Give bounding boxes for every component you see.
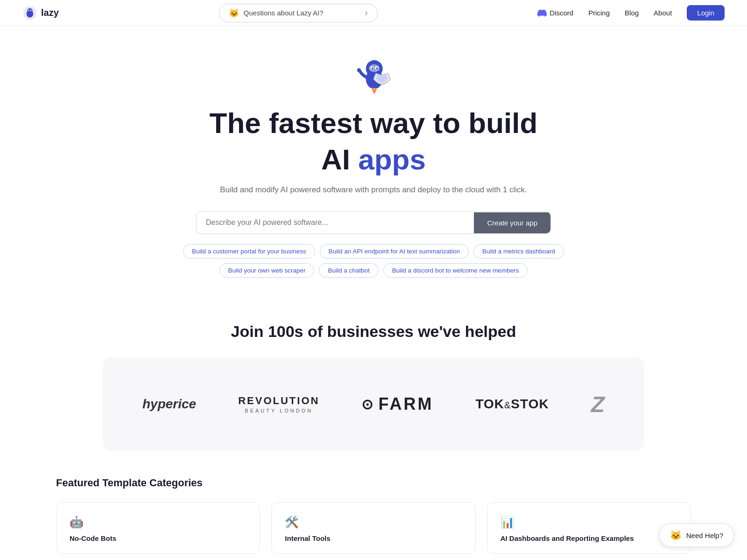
svg-point-14 <box>357 68 361 72</box>
logo-icon <box>22 6 37 21</box>
hero-title-line1: The fastest way to build <box>210 107 538 139</box>
logos-strip: hyperice REVOLUTION BEAUTY LONDON ⊙ FARM… <box>103 357 644 451</box>
login-button[interactable]: Login <box>687 5 725 21</box>
hero-section: The fastest way to build AI apps Build a… <box>0 26 747 296</box>
logo-z: Z <box>591 392 605 417</box>
need-help-bubble[interactable]: 🐱 Need Help? <box>659 524 734 547</box>
create-app-button[interactable]: Create your app <box>474 212 550 233</box>
chip-2[interactable]: Build a metrics dashboard <box>473 244 564 259</box>
hero-mascot <box>350 54 397 96</box>
discord-link[interactable]: Discord <box>537 8 573 18</box>
logo[interactable]: lazy <box>22 6 59 21</box>
pricing-label: Pricing <box>588 9 610 17</box>
about-label: About <box>654 9 672 17</box>
nav-search-text: Questions about Lazy AI? <box>244 9 324 17</box>
chip-1[interactable]: Build an API endpoint for AI text summar… <box>320 244 469 259</box>
need-help-label: Need Help? <box>686 532 723 539</box>
navbar: lazy 🐱 Questions about Lazy AI? › Discor… <box>0 0 747 26</box>
discord-label: Discord <box>550 9 573 17</box>
app-search-bar: Create your app <box>196 211 551 234</box>
logo-farm: ⊙ FARM <box>361 394 433 414</box>
discord-icon <box>537 8 547 18</box>
blog-link[interactable]: Blog <box>625 9 639 17</box>
category-card-2[interactable]: 📊 AI Dashboards and Reporting Examples <box>487 502 691 554</box>
hero-ai-prefix: AI <box>321 143 358 175</box>
chip-5[interactable]: Build a discord bot to welcome new membe… <box>383 263 528 278</box>
about-link[interactable]: About <box>654 9 672 17</box>
svg-point-13 <box>376 68 378 69</box>
pill-arrow-icon: › <box>365 8 368 18</box>
nav-search-pill[interactable]: 🐱 Questions about Lazy AI? › <box>219 4 378 22</box>
logo-text: lazy <box>41 7 59 18</box>
hero-subtitle: Build and modify AI powered software wit… <box>220 185 527 195</box>
pricing-link[interactable]: Pricing <box>588 9 610 17</box>
mascot-pill-icon: 🐱 <box>229 8 239 18</box>
featured-title: Featured Template Categories <box>56 477 691 489</box>
logo-hyperice: hyperice <box>142 397 196 412</box>
category-icon-1: 🛠️ <box>285 516 462 529</box>
category-card-1[interactable]: 🛠️ Internal Tools <box>271 502 475 554</box>
need-help-icon: 🐱 <box>670 530 682 541</box>
svg-point-12 <box>372 68 373 69</box>
join-title: Join 100s of businesses we've helped <box>231 322 516 341</box>
logo-tok: TOK&STOK <box>475 397 549 412</box>
suggestion-chips: Build a customer portal for your busines… <box>173 244 574 278</box>
app-description-input[interactable] <box>197 212 474 233</box>
svg-point-2 <box>27 8 32 13</box>
featured-section: Featured Template Categories 🤖 No-Code B… <box>0 451 747 554</box>
category-icon-0: 🤖 <box>70 516 247 529</box>
blog-label: Blog <box>625 9 639 17</box>
category-icon-2: 📊 <box>500 516 677 529</box>
join-section: Join 100s of businesses we've helped hyp… <box>0 296 747 451</box>
category-name-2: AI Dashboards and Reporting Examples <box>500 534 677 542</box>
category-cards: 🤖 No-Code Bots 🛠️ Internal Tools 📊 AI Da… <box>56 502 691 554</box>
chip-4[interactable]: Build a chatbot <box>319 263 378 278</box>
chip-0[interactable]: Build a customer portal for your busines… <box>183 244 315 259</box>
svg-point-5 <box>28 10 29 11</box>
category-name-0: No-Code Bots <box>70 534 247 542</box>
chip-3[interactable]: Build your own web scraper <box>219 263 315 278</box>
hero-apps-word: apps <box>358 143 426 175</box>
logo-revolution: REVOLUTION BEAUTY LONDON <box>238 395 319 413</box>
svg-point-6 <box>31 10 32 11</box>
hero-title-line2: AI apps <box>321 143 426 176</box>
category-name-1: Internal Tools <box>285 534 462 542</box>
category-card-0[interactable]: 🤖 No-Code Bots <box>56 502 260 554</box>
nav-links: Discord Pricing Blog About Login <box>537 5 725 21</box>
